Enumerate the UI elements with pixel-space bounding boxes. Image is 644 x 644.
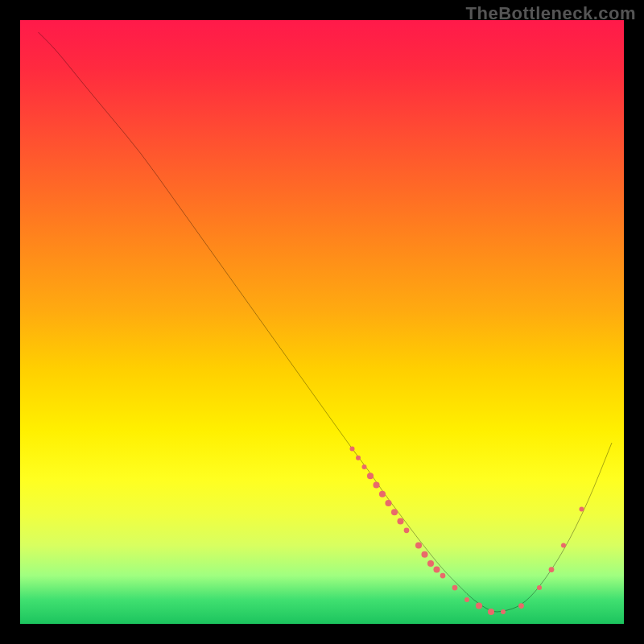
data-marker — [356, 456, 361, 460]
data-marker — [580, 507, 584, 512]
data-marker — [427, 560, 434, 567]
data-marker — [452, 585, 458, 591]
data-marker — [464, 597, 469, 602]
data-marker — [367, 473, 374, 479]
chart-svg — [20, 20, 624, 624]
data-marker — [415, 542, 422, 548]
data-marker — [397, 518, 403, 524]
data-marker — [373, 481, 379, 488]
data-marker — [440, 573, 446, 579]
data-marker — [379, 491, 386, 497]
data-marker — [433, 566, 440, 572]
data-marker — [537, 585, 542, 590]
watermark-text: TheBottleneck.com — [466, 3, 636, 24]
data-marker — [362, 464, 367, 469]
data-marker — [549, 567, 555, 572]
curve-line-group — [39, 32, 613, 612]
data-marker — [404, 527, 410, 533]
data-marker — [488, 609, 494, 615]
curve-line — [39, 32, 613, 612]
plot-area — [20, 20, 624, 624]
data-marker — [476, 602, 482, 609]
data-marker — [561, 543, 566, 548]
data-marker — [518, 603, 524, 609]
data-marker — [421, 551, 427, 558]
data-marker — [350, 447, 355, 452]
data-markers — [350, 447, 584, 616]
data-marker — [385, 500, 391, 506]
data-marker — [391, 509, 398, 515]
data-marker — [501, 609, 506, 614]
